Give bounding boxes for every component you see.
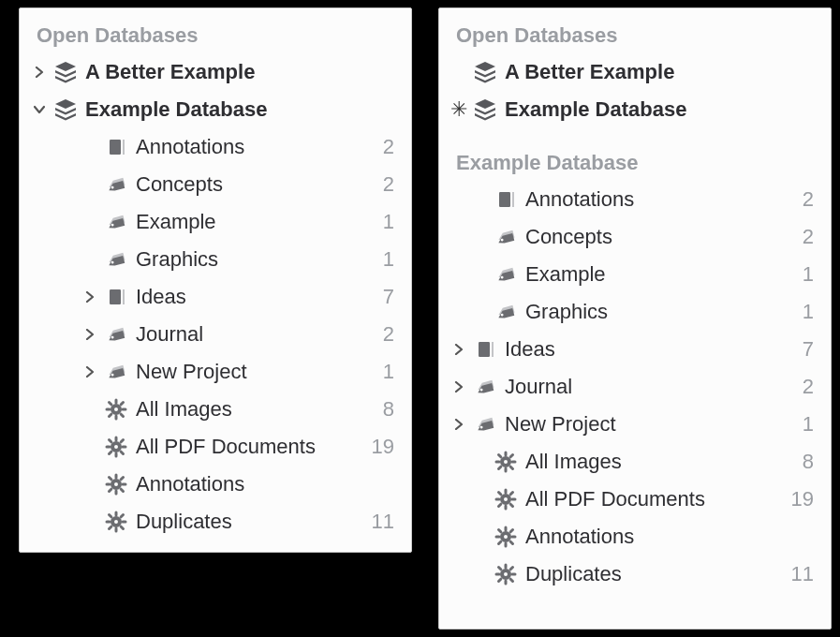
chevron-right-icon[interactable] (80, 329, 100, 340)
svg-line-24 (121, 452, 123, 453)
tag-icon (469, 413, 501, 436)
gear-icon (490, 488, 522, 511)
svg-line-32 (110, 478, 111, 480)
item-count: 2 (368, 135, 394, 159)
sidebar-item-label: Annotations (522, 525, 788, 549)
database-row[interactable]: ✳ Example Database (439, 91, 831, 128)
chevron-down-icon[interactable] (29, 104, 50, 115)
sidebar-item[interactable]: All Images8 (439, 443, 831, 481)
database-row[interactable]: Example Database (20, 91, 411, 128)
sidebar-item-label: Annotations (522, 187, 788, 212)
sidebar-item-label: Ideas (501, 337, 788, 362)
gear-icon (490, 526, 522, 548)
tag-icon (100, 323, 132, 346)
item-count: 2 (368, 322, 394, 347)
svg-rect-5 (110, 289, 121, 304)
svg-line-87 (510, 579, 512, 581)
current-db-marker: ✳ (449, 99, 469, 120)
sidebar-item[interactable]: Duplicates11 (439, 556, 831, 593)
svg-line-34 (110, 489, 111, 491)
sidebar-item[interactable]: Duplicates11 (20, 503, 411, 541)
box-icon (490, 188, 522, 211)
database-row[interactable]: A Better Example (439, 53, 831, 91)
svg-line-41 (110, 515, 111, 517)
item-count: 11 (368, 510, 394, 534)
database-stack-icon (469, 96, 501, 123)
svg-line-44 (121, 515, 123, 517)
tag-icon (100, 211, 132, 233)
sidebar-item[interactable]: All Images8 (20, 391, 411, 428)
svg-point-9 (112, 406, 120, 413)
svg-rect-46 (512, 192, 514, 207)
svg-line-77 (499, 530, 501, 532)
sidebar-item[interactable]: Concepts2 (20, 166, 411, 203)
svg-line-78 (510, 541, 512, 543)
svg-line-88 (499, 579, 501, 581)
item-count: 8 (788, 450, 814, 474)
sidebar-item-label: Example (522, 262, 788, 287)
box-icon (100, 136, 132, 158)
svg-line-69 (510, 504, 512, 506)
section-header-database: Example Database (439, 145, 831, 181)
database-label: A Better Example (81, 60, 394, 84)
tag-icon (490, 301, 522, 323)
svg-line-23 (110, 440, 111, 442)
sidebar-item[interactable]: Example1 (439, 256, 831, 293)
sidebar-item-label: Graphics (132, 247, 368, 272)
svg-rect-0 (110, 140, 121, 155)
item-count: 19 (368, 435, 394, 459)
chevron-right-icon[interactable] (29, 67, 50, 78)
sidebar-item[interactable]: Annotations (20, 466, 411, 503)
sidebar-item[interactable]: New Project1 (20, 353, 411, 391)
item-count: 7 (788, 337, 814, 362)
section-header-open-databases: Open Databases (20, 18, 411, 53)
tag-icon (490, 263, 522, 286)
sidebar-item-label: All PDF Documents (522, 487, 788, 511)
sidebar-item[interactable]: Annotations2 (20, 128, 411, 166)
sidebar-item[interactable]: Annotations2 (439, 181, 831, 218)
sidebar-item[interactable]: All PDF Documents19 (439, 481, 831, 518)
svg-line-86 (499, 568, 501, 570)
item-count: 1 (368, 360, 394, 384)
sidebar-item[interactable]: Graphics1 (439, 293, 831, 331)
chevron-right-icon[interactable] (449, 419, 469, 430)
item-count: 8 (368, 397, 394, 422)
section-header-open-databases: Open Databases (439, 18, 831, 53)
svg-point-18 (112, 443, 120, 451)
sidebar-item[interactable]: New Project1 (439, 406, 831, 443)
tag-icon (100, 173, 132, 196)
sidebar-item-label: New Project (132, 360, 368, 384)
sidebar-item[interactable]: Graphics1 (20, 241, 411, 278)
database-row[interactable]: A Better Example (20, 53, 411, 91)
gear-icon (490, 563, 522, 585)
sidebar-item[interactable]: Concepts2 (439, 218, 831, 256)
sidebar-item[interactable]: Annotations (439, 518, 831, 556)
chevron-right-icon[interactable] (80, 366, 100, 378)
chevron-right-icon[interactable] (449, 344, 469, 355)
item-count: 2 (788, 375, 814, 399)
svg-line-61 (499, 467, 501, 468)
gear-icon (100, 511, 132, 533)
svg-rect-6 (123, 289, 125, 304)
sidebar-item[interactable]: Ideas7 (439, 331, 831, 368)
sidebar-item[interactable]: Journal2 (439, 368, 831, 406)
gear-icon (100, 436, 132, 458)
sidebar-item-label: Journal (501, 375, 788, 399)
sidebar-item[interactable]: All PDF Documents19 (20, 428, 411, 466)
svg-line-62 (510, 455, 512, 457)
sidebar-item[interactable]: Example1 (20, 203, 411, 241)
svg-line-71 (510, 493, 512, 495)
item-count: 1 (788, 262, 814, 287)
svg-point-54 (502, 458, 509, 466)
svg-rect-50 (479, 342, 490, 357)
chevron-right-icon[interactable] (449, 381, 469, 393)
sidebar-item-label: Concepts (522, 225, 788, 249)
svg-line-42 (121, 526, 123, 528)
sidebar-item[interactable]: Ideas7 (20, 278, 411, 316)
item-count: 1 (788, 412, 814, 437)
sidebar-item-label: Annotations (132, 135, 368, 159)
sidebar-item[interactable]: Journal2 (20, 316, 411, 353)
sidebar-item-label: All PDF Documents (132, 435, 368, 459)
chevron-right-icon[interactable] (80, 291, 100, 303)
svg-line-68 (499, 493, 501, 495)
